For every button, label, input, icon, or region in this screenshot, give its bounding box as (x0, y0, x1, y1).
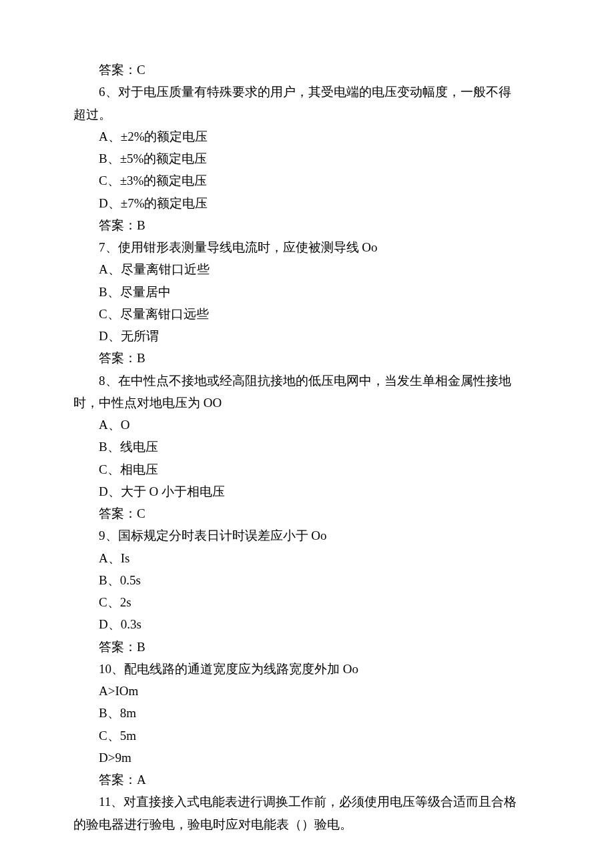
q8-option-b: B、线电压 (73, 436, 541, 458)
q10-option-b: B、8m (73, 702, 541, 724)
q7-option-b: B、尽量居中 (73, 281, 541, 303)
q10-option-a: A>IOm (73, 680, 541, 702)
question-10: 10、配电线路的通道宽度应为线路宽度外加 Oo (73, 658, 541, 680)
q10-option-c: C、5m (73, 725, 541, 747)
question-8-line2: 时，中性点对地电压为 OO (73, 392, 541, 414)
q9-option-c: C、2s (73, 591, 541, 613)
q8-option-c: C、相电压 (73, 458, 541, 480)
q7-option-c: C、尽量离钳口远些 (73, 303, 541, 325)
question-7: 7、使用钳形表测量导线电流时，应使被测导线 Oo (73, 236, 541, 258)
answer-9: 答案：B (73, 636, 541, 658)
question-11-line1: 11、对直接接入式电能表进行调换工作前，必须使用电压等级合适而且合格 (73, 791, 541, 813)
question-8-line1: 8、在中性点不接地或经高阻抗接地的低压电网中，当发生单相金属性接地 (73, 370, 541, 392)
question-9: 9、国标规定分时表日计时误差应小于 Oo (73, 524, 541, 546)
q6-option-d: D、±7%的额定电压 (73, 192, 541, 214)
question-6-line1: 6、对于电压质量有特殊要求的用户，其受电端的电压变动幅度，一般不得 (73, 81, 541, 103)
answer-8: 答案：C (73, 502, 541, 524)
q8-option-d: D、大于 O 小于相电压 (73, 480, 541, 502)
q6-option-a: A、±2%的额定电压 (73, 125, 541, 147)
q6-option-c: C、±3%的额定电压 (73, 169, 541, 191)
answer-7: 答案：B (73, 347, 541, 369)
q10-option-d: D>9m (73, 747, 541, 769)
answer-6: 答案：B (73, 214, 541, 236)
q9-option-b: B、0.5s (73, 569, 541, 591)
q9-option-a: A、Is (73, 547, 541, 569)
q7-option-d: D、无所谓 (73, 325, 541, 347)
answer-5: 答案：C (73, 59, 541, 81)
q8-option-a: A、O (73, 414, 541, 436)
q6-option-b: B、±5%的额定电压 (73, 147, 541, 169)
answer-10: 答案：A (73, 769, 541, 791)
q9-option-d: D、0.3s (73, 613, 541, 635)
question-6-line2: 超过。 (73, 103, 541, 125)
question-11-line2: 的验电器进行验电，验电时应对电能表（）验电。 (73, 813, 541, 835)
q7-option-a: A、尽量离钳口近些 (73, 258, 541, 280)
